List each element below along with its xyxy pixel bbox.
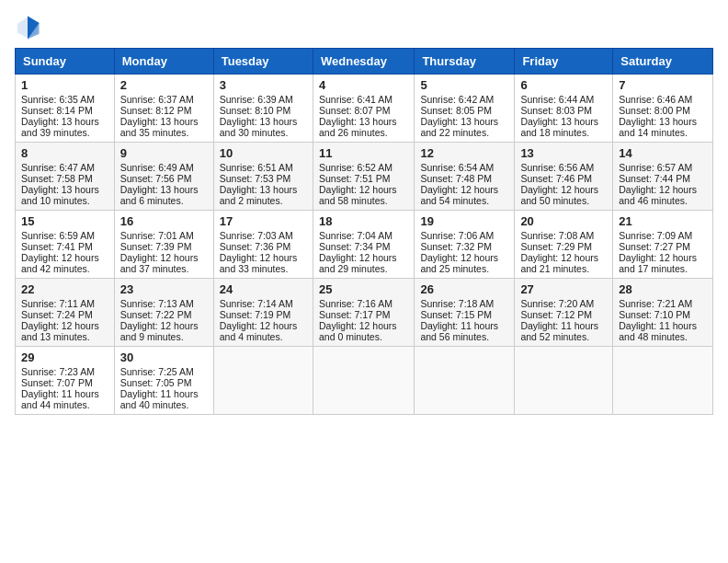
calendar-cell: 27Sunrise: 7:20 AMSunset: 7:12 PMDayligh… [515, 279, 613, 347]
day-number: 18 [319, 214, 408, 228]
day-number: 28 [619, 282, 707, 296]
day-number: 25 [319, 282, 408, 296]
day-info: Sunset: 7:39 PM [120, 241, 208, 252]
header-row: SundayMondayTuesdayWednesdayThursdayFrid… [16, 49, 713, 75]
calendar-table: SundayMondayTuesdayWednesdayThursdayFrid… [15, 48, 713, 415]
day-info: Daylight: 11 hours and 44 minutes. [21, 388, 108, 410]
week-row-4: 29Sunrise: 7:23 AMSunset: 7:07 PMDayligh… [16, 347, 713, 415]
day-info: Sunrise: 7:20 AM [520, 298, 607, 309]
calendar-cell: 2Sunrise: 6:37 AMSunset: 8:12 PMDaylight… [114, 75, 213, 143]
day-number: 10 [220, 146, 307, 160]
day-number: 30 [120, 350, 208, 364]
day-number: 17 [220, 214, 307, 228]
col-header-monday: Monday [114, 49, 213, 75]
day-info: Sunset: 7:12 PM [520, 309, 607, 320]
day-number: 12 [420, 146, 508, 160]
day-info: Daylight: 12 hours and 50 minutes. [520, 184, 607, 206]
day-info: Sunset: 7:17 PM [319, 309, 408, 320]
col-header-friday: Friday [515, 49, 613, 75]
day-info: Daylight: 11 hours and 48 minutes. [619, 320, 707, 342]
day-number: 19 [420, 214, 508, 228]
day-info: Sunrise: 7:21 AM [619, 298, 707, 309]
day-info: Daylight: 12 hours and 29 minutes. [319, 252, 408, 274]
day-number: 23 [120, 282, 208, 296]
day-info: Sunset: 7:22 PM [120, 309, 208, 320]
day-info: Daylight: 13 hours and 6 minutes. [120, 184, 208, 206]
day-info: Sunset: 7:27 PM [619, 241, 707, 252]
day-number: 6 [520, 78, 607, 92]
day-info: Sunset: 7:53 PM [220, 173, 307, 184]
day-info: Sunrise: 6:44 AM [520, 94, 607, 105]
day-number: 16 [120, 214, 208, 228]
day-info: Sunrise: 7:03 AM [220, 230, 307, 241]
day-info: Sunrise: 6:59 AM [21, 230, 108, 241]
calendar-cell: 5Sunrise: 6:42 AMSunset: 8:05 PMDaylight… [415, 75, 515, 143]
calendar-cell [415, 347, 515, 415]
day-info: Daylight: 12 hours and 9 minutes. [120, 320, 208, 342]
day-number: 26 [420, 282, 508, 296]
day-info: Daylight: 12 hours and 17 minutes. [619, 252, 707, 274]
calendar-cell: 17Sunrise: 7:03 AMSunset: 7:36 PMDayligh… [213, 211, 313, 279]
day-info: Sunset: 7:19 PM [220, 309, 307, 320]
day-number: 15 [21, 214, 108, 228]
day-info: Sunset: 7:34 PM [319, 241, 408, 252]
day-info: Sunrise: 6:56 AM [520, 162, 607, 173]
calendar-cell: 9Sunrise: 6:49 AMSunset: 7:56 PMDaylight… [114, 143, 213, 211]
calendar-cell: 4Sunrise: 6:41 AMSunset: 8:07 PMDaylight… [313, 75, 414, 143]
calendar-cell: 10Sunrise: 6:51 AMSunset: 7:53 PMDayligh… [213, 143, 313, 211]
day-info: Daylight: 12 hours and 58 minutes. [319, 184, 408, 206]
day-info: Sunrise: 6:46 AM [619, 94, 707, 105]
day-info: Sunset: 8:00 PM [619, 105, 707, 116]
day-info: Daylight: 12 hours and 0 minutes. [319, 320, 408, 342]
day-info: Sunset: 7:32 PM [420, 241, 508, 252]
day-info: Daylight: 12 hours and 37 minutes. [120, 252, 208, 274]
day-info: Sunset: 7:44 PM [619, 173, 707, 184]
day-info: Daylight: 11 hours and 40 minutes. [120, 388, 208, 410]
day-info: Daylight: 13 hours and 14 minutes. [619, 116, 707, 138]
day-info: Sunset: 7:10 PM [619, 309, 707, 320]
day-info: Daylight: 12 hours and 25 minutes. [420, 252, 508, 274]
calendar-cell: 16Sunrise: 7:01 AMSunset: 7:39 PMDayligh… [114, 211, 213, 279]
day-info: Sunrise: 6:47 AM [21, 162, 108, 173]
calendar-cell [613, 347, 713, 415]
day-info: Sunrise: 7:25 AM [120, 366, 208, 377]
day-info: Sunset: 8:14 PM [21, 105, 108, 116]
day-info: Sunrise: 7:11 AM [21, 298, 108, 309]
day-info: Sunrise: 7:13 AM [120, 298, 208, 309]
day-info: Sunrise: 7:04 AM [319, 230, 408, 241]
calendar-cell: 28Sunrise: 7:21 AMSunset: 7:10 PMDayligh… [613, 279, 713, 347]
calendar-cell: 3Sunrise: 6:39 AMSunset: 8:10 PMDaylight… [213, 75, 313, 143]
header [15, 15, 713, 40]
day-info: Sunrise: 6:35 AM [21, 94, 108, 105]
logo [15, 15, 44, 40]
day-info: Sunrise: 7:16 AM [319, 298, 408, 309]
day-info: Sunset: 7:29 PM [520, 241, 607, 252]
day-info: Daylight: 12 hours and 33 minutes. [220, 252, 307, 274]
calendar-cell: 29Sunrise: 7:23 AMSunset: 7:07 PMDayligh… [16, 347, 115, 415]
day-info: Sunset: 8:10 PM [220, 105, 307, 116]
calendar-cell: 8Sunrise: 6:47 AMSunset: 7:58 PMDaylight… [16, 143, 115, 211]
day-info: Sunrise: 6:37 AM [120, 94, 208, 105]
day-info: Sunset: 7:51 PM [319, 173, 408, 184]
day-info: Daylight: 13 hours and 10 minutes. [21, 184, 108, 206]
calendar-cell: 7Sunrise: 6:46 AMSunset: 8:00 PMDaylight… [613, 75, 713, 143]
week-row-1: 8Sunrise: 6:47 AMSunset: 7:58 PMDaylight… [16, 143, 713, 211]
day-info: Sunrise: 7:18 AM [420, 298, 508, 309]
day-info: Sunrise: 7:01 AM [120, 230, 208, 241]
col-header-tuesday: Tuesday [213, 49, 313, 75]
day-info: Sunrise: 7:09 AM [619, 230, 707, 241]
day-info: Sunrise: 6:57 AM [619, 162, 707, 173]
day-info: Sunrise: 6:52 AM [319, 162, 408, 173]
day-number: 27 [520, 282, 607, 296]
day-info: Sunset: 7:15 PM [420, 309, 508, 320]
day-number: 5 [420, 78, 508, 92]
day-number: 20 [520, 214, 607, 228]
day-info: Daylight: 13 hours and 35 minutes. [120, 116, 208, 138]
day-info: Sunset: 7:07 PM [21, 377, 108, 388]
calendar-cell: 1Sunrise: 6:35 AMSunset: 8:14 PMDaylight… [16, 75, 115, 143]
day-info: Sunset: 7:24 PM [21, 309, 108, 320]
calendar-cell [313, 347, 414, 415]
day-number: 29 [21, 350, 108, 364]
calendar-cell [213, 347, 313, 415]
day-info: Daylight: 12 hours and 46 minutes. [619, 184, 707, 206]
